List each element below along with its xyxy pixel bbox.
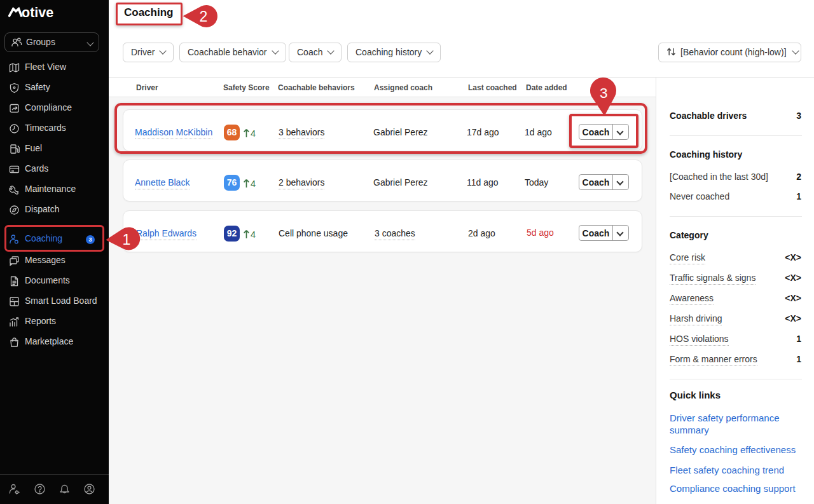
svg-text:otive: otive [22, 5, 53, 20]
svg-text:2: 2 [200, 8, 208, 25]
svg-text:3: 3 [600, 85, 608, 101]
svg-text:1: 1 [123, 231, 131, 248]
